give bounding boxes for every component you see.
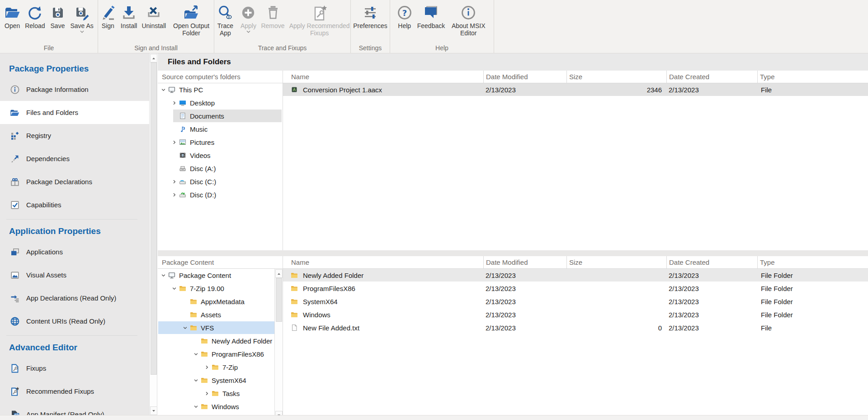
- list-row-systemx64[interactable]: SystemX642/13/20232/13/2023File Folder: [283, 295, 868, 308]
- save-as-button[interactable]: Save As: [68, 2, 96, 34]
- column-header-type[interactable]: Type: [757, 256, 868, 268]
- pane-splitter[interactable]: [158, 250, 868, 256]
- chevron-right-icon[interactable]: [172, 192, 177, 197]
- sidebar-item-app-manifest-read-only[interactable]: App Manifest (Read Only): [0, 403, 149, 415]
- scroll-up-icon[interactable]: [150, 54, 157, 62]
- column-header-size[interactable]: Size: [566, 256, 666, 268]
- tree-item-vfs[interactable]: VFS: [158, 321, 274, 334]
- cell-modified: 2/13/2023: [486, 308, 516, 321]
- chevron-down-icon[interactable]: [161, 87, 166, 92]
- column-header-date-created[interactable]: Date Created: [666, 71, 757, 83]
- tree-item-disc-d[interactable]: Disc (D:): [158, 188, 283, 201]
- tree-item-disc-c[interactable]: Disc (C:): [158, 175, 283, 188]
- list-row-programfilesx86[interactable]: ProgramFilesX862/13/20232/13/2023File Fo…: [283, 282, 868, 295]
- package-tree-scrollbar[interactable]: [274, 269, 283, 420]
- help-icon: ?: [396, 3, 413, 22]
- tree-item-documents[interactable]: Documents: [158, 110, 283, 123]
- tree-item-windows[interactable]: Windows: [158, 400, 274, 413]
- chevron-right-icon[interactable]: [172, 179, 177, 184]
- tree-item-assets[interactable]: Assets: [158, 308, 274, 321]
- remove-button[interactable]: Remove: [259, 2, 287, 30]
- tree-item-7-zip[interactable]: 7-Zip: [158, 361, 274, 374]
- help-button[interactable]: ?Help: [394, 2, 415, 30]
- sidebar-item-capabilities[interactable]: Capabilities: [0, 193, 149, 216]
- scroll-down-icon[interactable]: [150, 406, 157, 415]
- sidebar-item-app-declarations-read-only[interactable]: App Declarations (Read Only): [0, 286, 149, 310]
- list-row-windows[interactable]: Windows2/13/20232/13/2023File Folder: [283, 308, 868, 321]
- source-folders-header[interactable]: Source computer's folders: [158, 71, 283, 83]
- cell-name: Conversion Project 1.aacx: [303, 83, 382, 96]
- chevron-down-icon[interactable]: [193, 352, 198, 357]
- sidebar-item-content-uris-read-only[interactable]: Content URIs (Read Only): [0, 310, 149, 333]
- chevron-down-icon[interactable]: [161, 273, 166, 278]
- tree-item-disc-a[interactable]: Disc (A:): [158, 162, 283, 175]
- sidebar-item-applications[interactable]: Applications: [0, 240, 149, 263]
- install-button[interactable]: Install: [118, 2, 140, 30]
- about-msix-editor-button[interactable]: About MSIX Editor: [447, 2, 490, 38]
- chevron-right-icon[interactable]: [172, 100, 177, 105]
- column-header-type[interactable]: Type: [757, 71, 868, 83]
- tree-item-desktop[interactable]: Desktop: [158, 96, 283, 110]
- sidebar-item-files-and-folders[interactable]: Files and Folders: [0, 101, 149, 124]
- tree-item-appxmetadata[interactable]: AppxMetadata: [158, 295, 274, 308]
- package-content-header[interactable]: Package Content: [158, 256, 283, 269]
- trace-app-button[interactable]: Trace App: [212, 2, 238, 38]
- sidebar-item-dependencies[interactable]: Dependencies: [0, 147, 149, 170]
- cell-created: 2/13/2023: [669, 321, 699, 334]
- tree-item-videos[interactable]: Videos: [158, 149, 283, 162]
- list-row-conversion-project-1-aacx[interactable]: Conversion Project 1.aacx2/13/202323462/…: [283, 83, 868, 96]
- sidebar-item-registry[interactable]: Registry: [0, 124, 149, 147]
- sign-button[interactable]: Sign: [98, 2, 118, 30]
- sidebar-scrollbar[interactable]: [149, 53, 157, 415]
- column-header-name[interactable]: Name: [283, 256, 483, 268]
- folder-icon: [291, 272, 298, 279]
- column-header-date-created[interactable]: Date Created: [666, 256, 757, 268]
- sidebar-item-fixups[interactable]: Fixups: [0, 357, 149, 380]
- list-row-new-file-added-txt[interactable]: New File Added.txt2/13/202302/13/2023Fil…: [283, 321, 868, 334]
- open-output-folder-button[interactable]: Open Output Folder: [168, 2, 214, 38]
- sidebar-item-package-declarations[interactable]: Package Declarations: [0, 170, 149, 193]
- column-header-name[interactable]: Name: [283, 71, 483, 83]
- package-tree-scrollbar-thumb[interactable]: [276, 278, 282, 322]
- chevron-down-icon[interactable]: [80, 30, 84, 33]
- uninstall-button[interactable]: Uninstall: [139, 2, 168, 30]
- preferences-button[interactable]: Preferences: [351, 2, 389, 30]
- chevron-right-icon[interactable]: [172, 140, 177, 145]
- chevron-right-icon[interactable]: [204, 391, 209, 396]
- column-header-date-modified[interactable]: Date Modified: [483, 256, 566, 268]
- tree-item-programfilesx86[interactable]: ProgramFilesX86: [158, 348, 274, 361]
- scroll-up-icon[interactable]: [275, 269, 283, 278]
- ribbon-group-sign-and-install: SignInstallUninstallOpen Output FolderSi…: [98, 0, 214, 53]
- cell-created: 2/13/2023: [669, 83, 699, 96]
- chevron-down-icon[interactable]: [246, 30, 250, 33]
- tree-item-tasks[interactable]: Tasks: [158, 387, 274, 400]
- rec-fixups-icon: [311, 3, 328, 22]
- apply-recommended-fixups-button[interactable]: Apply Recommended Fixups: [287, 2, 352, 38]
- chevron-down-icon[interactable]: [193, 404, 198, 409]
- tree-item-this-pc[interactable]: This PC: [158, 83, 283, 96]
- tree-item-7-zip-19-00[interactable]: 7-Zip 19.00: [158, 282, 274, 295]
- column-header-date-modified[interactable]: Date Modified: [483, 71, 566, 83]
- open-button[interactable]: Open: [2, 2, 23, 30]
- chevron-down-icon[interactable]: [172, 286, 177, 291]
- tree-item-systemx64[interactable]: SystemX64: [158, 374, 274, 387]
- chevron-right-icon[interactable]: [204, 365, 209, 370]
- apply-button[interactable]: Apply: [238, 2, 259, 34]
- tree-item-music[interactable]: Music: [158, 123, 283, 136]
- tree-item-newly-added-folder[interactable]: Newly Added Folder: [158, 334, 274, 348]
- chevron-down-icon[interactable]: [193, 378, 198, 383]
- chevron-down-icon[interactable]: [183, 325, 188, 330]
- reload-button[interactable]: Reload: [23, 2, 47, 30]
- tree-item-pictures[interactable]: Pictures: [158, 136, 283, 149]
- tree-item-package-content[interactable]: Package Content: [158, 269, 274, 282]
- column-header-size[interactable]: Size: [566, 71, 666, 83]
- cell-created: 2/13/2023: [669, 295, 699, 308]
- tree-selection: [173, 110, 282, 122]
- save-button[interactable]: Save: [47, 2, 68, 30]
- sidebar-item-visual-assets[interactable]: Visual Assets: [0, 263, 149, 286]
- sidebar-scrollbar-thumb[interactable]: [151, 62, 157, 375]
- list-row-newly-added-folder[interactable]: Newly Added Folder2/13/20232/13/2023File…: [283, 269, 868, 282]
- feedback-button[interactable]: Feedback: [415, 2, 447, 30]
- sidebar-item-package-information[interactable]: Package Information: [0, 78, 149, 101]
- sidebar-item-recommended-fixups[interactable]: Recommended Fixups: [0, 380, 149, 403]
